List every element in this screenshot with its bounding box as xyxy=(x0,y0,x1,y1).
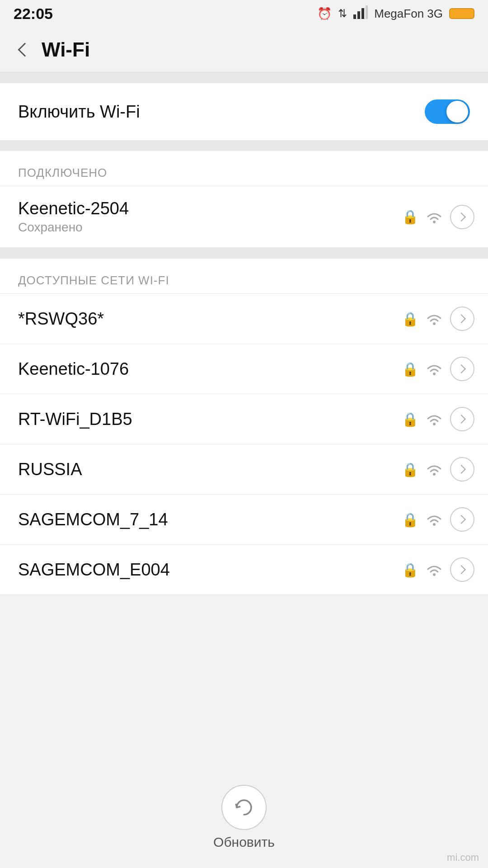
wifi-signal-icon xyxy=(426,412,443,426)
svg-rect-3 xyxy=(366,5,368,19)
lock-icon: 🔒 xyxy=(402,361,418,377)
wifi-toggle-switch[interactable] xyxy=(425,99,470,124)
network-info: RT-WiFi_D1B5 xyxy=(18,410,402,429)
svg-rect-1 xyxy=(357,11,360,19)
wifi-signal-icon xyxy=(426,312,443,326)
network-list: *RSWQ36* 🔒 Keenetic-1076 xyxy=(0,294,488,595)
network-icons: 🔒 xyxy=(402,307,474,331)
wifi-signal-icon xyxy=(426,513,443,526)
network-name: RUSSIA xyxy=(18,460,402,479)
wifi-signal-icon xyxy=(426,210,443,224)
lock-icon: 🔒 xyxy=(402,311,418,327)
status-time: 22:05 xyxy=(14,5,53,23)
wifi-toggle-label: Включить Wi-Fi xyxy=(18,102,140,122)
available-heading: ДОСТУПНЫЕ СЕТИ WI-FI xyxy=(18,274,169,287)
watermark: mi.com xyxy=(447,852,479,863)
alarm-icon: ⏰ xyxy=(317,7,332,21)
divider-available xyxy=(0,248,488,259)
connected-network-status: Сохранено xyxy=(18,220,402,235)
chevron-right-icon xyxy=(457,465,466,474)
refresh-label: Обновить xyxy=(213,835,275,850)
wifi-toggle-card: Включить Wi-Fi xyxy=(0,83,488,140)
network-detail-button[interactable] xyxy=(450,307,474,331)
network-name: SAGEMCOM_E004 xyxy=(18,560,402,580)
wifi-toggle-row[interactable]: Включить Wi-Fi xyxy=(0,83,488,140)
svg-point-10 xyxy=(433,573,436,576)
bottom-area: Обновить xyxy=(0,771,488,868)
connected-detail-button[interactable] xyxy=(450,205,474,229)
network-name: RT-WiFi_D1B5 xyxy=(18,410,402,429)
chevron-right-icon xyxy=(457,565,466,574)
wifi-signal-icon xyxy=(426,462,443,476)
available-section-card: ДОСТУПНЫЕ СЕТИ WI-FI *RSWQ36* 🔒 xyxy=(0,259,488,595)
wifi-signal-icon xyxy=(426,362,443,376)
divider-connected xyxy=(0,140,488,151)
network-info: *RSWQ36* xyxy=(18,309,402,329)
svg-point-6 xyxy=(433,373,436,375)
connected-heading: ПОДКЛЮЧЕНО xyxy=(18,166,107,179)
network-detail-button[interactable] xyxy=(450,407,474,431)
page-header: Wi-Fi xyxy=(0,27,488,72)
battery-icon xyxy=(449,8,474,19)
toggle-thumb xyxy=(446,101,468,123)
network-detail-button[interactable] xyxy=(450,457,474,481)
network-row[interactable]: RT-WiFi_D1B5 🔒 xyxy=(0,394,488,444)
network-icons: 🔒 xyxy=(402,357,474,381)
network-row[interactable]: SAGEMCOM_E004 🔒 xyxy=(0,545,488,595)
svg-point-4 xyxy=(433,221,436,223)
connected-network-name: Keenetic-2504 xyxy=(18,199,402,218)
connected-network-icons: 🔒 xyxy=(402,205,474,229)
connected-network-row[interactable]: Keenetic-2504 Сохранено 🔒 xyxy=(0,186,488,248)
refresh-icon xyxy=(233,797,255,818)
signal-icon xyxy=(353,5,368,22)
status-bar: 22:05 ⏰ ⇅ MegaFon 3G xyxy=(0,0,488,27)
carrier-label: MegaFon 3G xyxy=(374,7,443,21)
network-detail-button[interactable] xyxy=(450,557,474,582)
chevron-right-icon xyxy=(457,415,466,424)
network-row[interactable]: RUSSIA 🔒 xyxy=(0,444,488,495)
network-info: Keenetic-1076 xyxy=(18,359,402,379)
network-info: SAGEMCOM_7_14 xyxy=(18,510,402,529)
lock-icon: 🔒 xyxy=(402,462,418,477)
bottom-spacer xyxy=(0,595,488,685)
network-name: Keenetic-1076 xyxy=(18,359,402,379)
network-icons: 🔒 xyxy=(402,507,474,532)
network-row[interactable]: SAGEMCOM_7_14 🔒 xyxy=(0,495,488,545)
svg-rect-2 xyxy=(361,8,364,19)
lock-icon: 🔒 xyxy=(402,562,418,578)
connected-network-info: Keenetic-2504 Сохранено xyxy=(18,199,402,235)
network-icons: 🔒 xyxy=(402,557,474,582)
connected-section-card: ПОДКЛЮЧЕНО Keenetic-2504 Сохранено 🔒 xyxy=(0,151,488,248)
svg-rect-0 xyxy=(353,14,356,19)
lock-icon: 🔒 xyxy=(402,411,418,427)
network-name: *RSWQ36* xyxy=(18,309,402,329)
back-chevron-icon xyxy=(18,42,32,57)
network-info: SAGEMCOM_E004 xyxy=(18,560,402,580)
network-info: RUSSIA xyxy=(18,460,402,479)
divider-top xyxy=(0,72,488,83)
network-row[interactable]: Keenetic-1076 🔒 xyxy=(0,344,488,394)
network-icons: 🔒 xyxy=(402,457,474,481)
page-title: Wi-Fi xyxy=(42,38,90,61)
chevron-right-icon xyxy=(457,515,466,524)
network-row[interactable]: *RSWQ36* 🔒 xyxy=(0,294,488,344)
back-button[interactable] xyxy=(11,38,34,61)
chevron-right-icon xyxy=(457,212,466,222)
svg-point-5 xyxy=(433,322,436,325)
network-name: SAGEMCOM_7_14 xyxy=(18,510,402,529)
refresh-button[interactable] xyxy=(221,785,267,830)
status-icons: ⏰ ⇅ MegaFon 3G xyxy=(317,5,474,22)
network-icons: 🔒 xyxy=(402,407,474,431)
svg-point-8 xyxy=(433,473,436,476)
connected-section-header: ПОДКЛЮЧЕНО xyxy=(0,151,488,186)
available-section-header: ДОСТУПНЫЕ СЕТИ WI-FI xyxy=(0,259,488,294)
svg-point-9 xyxy=(433,523,436,526)
chevron-right-icon xyxy=(457,364,466,373)
chevron-right-icon xyxy=(457,314,466,323)
network-detail-button[interactable] xyxy=(450,507,474,532)
wifi-signal-icon xyxy=(426,563,443,576)
lock-icon: 🔒 xyxy=(402,209,418,225)
data-transfer-icon: ⇅ xyxy=(338,7,347,20)
network-detail-button[interactable] xyxy=(450,357,474,381)
svg-point-7 xyxy=(433,423,436,425)
